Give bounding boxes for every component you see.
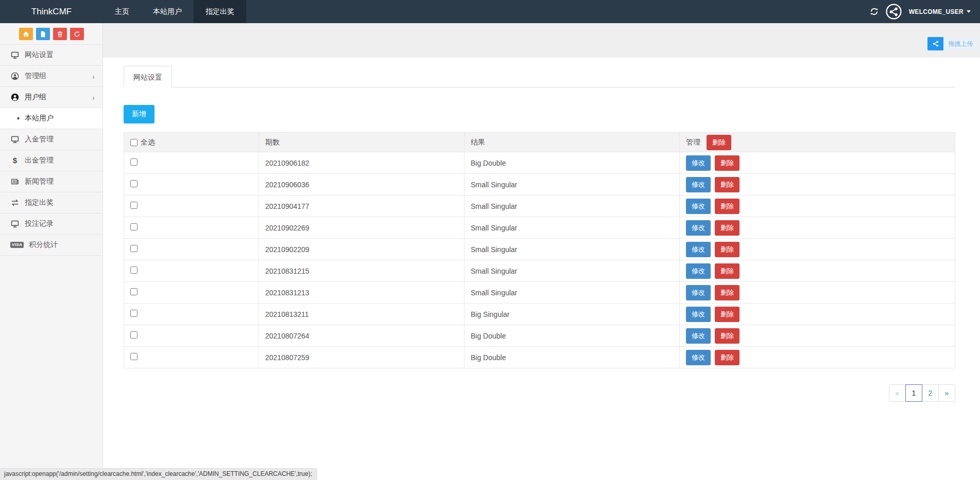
row-checkbox[interactable] [130,202,137,209]
nav-item-site-users[interactable]: 本站用户 [141,0,194,23]
row-checkbox[interactable] [130,180,137,187]
delete-button[interactable]: 删除 [715,242,740,257]
select-all-label: 全选 [141,138,155,147]
result-header: 结果 [465,133,680,152]
row-checkbox[interactable] [130,353,137,360]
table-row: 20210807259 Big Double 修改 删除 [124,347,955,368]
issue-cell: 20210906182 [259,152,465,174]
sidebar-item-label: 本站用户 [25,114,54,123]
result-cell: Big Double [465,152,680,174]
actions-cell: 修改 删除 [680,152,955,174]
sidebar-item-label: 新闻管理 [25,177,54,186]
status-bar: javascript:openapp('/admin/setting/clear… [0,468,317,480]
pagination-item[interactable]: » [938,384,955,402]
delete-button[interactable]: 删除 [715,155,740,171]
actions-cell: 修改 删除 [680,325,955,347]
user-circle-icon [10,72,20,80]
delete-button[interactable]: 删除 [715,307,740,322]
file-button[interactable] [36,28,50,40]
row-checkbox[interactable] [130,331,137,339]
sidebar-item-label: 积分统计 [29,240,58,250]
delete-button[interactable]: 删除 [715,177,740,192]
pagination-item[interactable]: 1 [905,384,922,402]
sidebar-item-admin-group[interactable]: 管理组 › [0,65,102,86]
manage-header: 管理 删除 [680,133,955,152]
edit-button[interactable]: 修改 [686,328,711,344]
add-button[interactable]: 新增 [124,105,154,123]
sidebar-item-label: 指定出奖 [25,198,54,207]
edit-button[interactable]: 修改 [686,220,711,236]
bulk-delete-button[interactable]: 删除 [707,135,731,150]
select-cell [124,282,259,304]
nav-item-home[interactable]: 主页 [103,0,141,23]
sidebar-item-assigned-draw[interactable]: 指定出奖 [0,192,102,213]
edit-button[interactable]: 修改 [686,307,711,322]
user-menu[interactable]: WELCOME_USER [909,8,971,15]
delete-button[interactable]: 删除 [715,220,740,236]
sidebar-item-withdraw-manage[interactable]: 出金管理 [0,150,102,171]
nav-item-assigned-draw[interactable]: 指定出奖 [194,0,246,23]
main-area: 拖拽上传 网站设置 新增 全选 期数 结果 管理 [103,23,980,480]
trash-icon [57,31,63,38]
edit-button[interactable]: 修改 [686,263,711,279]
row-checkbox[interactable] [130,158,137,166]
result-cell: Small Singular [465,217,680,239]
row-checkbox[interactable] [130,288,137,295]
sidebar-item-points-stats[interactable]: VISA 积分统计 [0,234,102,255]
edit-button[interactable]: 修改 [686,177,711,192]
sidebar-item-site-users[interactable]: 本站用户 [0,108,102,129]
table-row: 20210904177 Small Singular 修改 删除 [124,195,955,217]
edit-button[interactable]: 修改 [686,199,711,214]
tab-site-settings[interactable]: 网站设置 [124,66,172,87]
delete-button[interactable]: 删除 [715,199,740,214]
brand[interactable]: ThinkCMF [0,0,103,23]
recycle-icon [74,31,80,38]
issue-cell: 20210807259 [259,347,465,368]
monitor-icon [10,220,20,228]
home-button[interactable] [19,28,33,40]
sidebar-item-site-settings[interactable]: 网站设置 [0,44,102,65]
row-checkbox[interactable] [130,310,137,317]
delete-button[interactable]: 删除 [715,328,740,344]
select-cell [124,239,259,260]
actions-cell: 修改 删除 [680,174,955,195]
drag-upload-button[interactable]: 拖拽上传 [927,37,978,50]
delete-button[interactable]: 删除 [715,350,740,365]
issue-cell: 20210813211 [259,304,465,325]
sidebar-item-label: 用户组 [25,93,46,102]
actions-cell: 修改 删除 [680,260,955,282]
actions-cell: 修改 删除 [680,239,955,260]
row-checkbox[interactable] [130,266,137,274]
table-row: 20210906182 Big Double 修改 删除 [124,152,955,174]
row-checkbox[interactable] [130,223,137,230]
manage-label: 管理 [686,138,700,146]
avatar[interactable] [886,4,902,20]
sidebar-item-deposit-manage[interactable]: 入金管理 [0,129,102,150]
sidebar-item-bet-records[interactable]: 投注记录 [0,213,102,234]
edit-button[interactable]: 修改 [686,285,711,300]
delete-button[interactable]: 删除 [715,263,740,279]
row-checkbox[interactable] [130,245,137,252]
trash-button[interactable] [53,28,67,40]
sidebar-menu: 网站设置 管理组 › 用户组 › 本站用户 入金管理 出金管理 新闻管理 指定出… [0,44,102,256]
delete-button[interactable]: 删除 [715,285,740,300]
edit-button[interactable]: 修改 [686,242,711,257]
actions-cell: 修改 删除 [680,304,955,325]
refresh-icon[interactable] [870,7,879,16]
select-all-checkbox[interactable] [130,139,137,146]
monitor-icon [10,51,20,59]
edit-button[interactable]: 修改 [686,155,711,171]
pagination-item[interactable]: 2 [922,384,939,402]
edit-button[interactable]: 修改 [686,350,711,365]
pagination-wrap: «12» [124,384,955,402]
pagination-item[interactable]: « [889,384,906,402]
file-icon [40,31,46,38]
result-cell: Small Singular [465,239,680,260]
sidebar-item-user-group[interactable]: 用户组 › [0,86,102,108]
table-row: 20210902209 Small Singular 修改 删除 [124,239,955,260]
sidebar-item-news-manage[interactable]: 新闻管理 [0,171,102,192]
clear-cache-button[interactable] [70,28,84,40]
table-row: 20210906036 Small Singular 修改 删除 [124,174,955,195]
monitor-icon [10,135,20,144]
select-cell [124,304,259,325]
